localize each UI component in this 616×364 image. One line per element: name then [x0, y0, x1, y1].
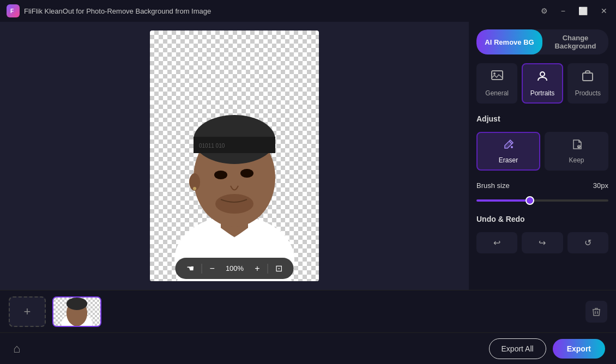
general-icon	[491, 70, 504, 86]
maximize-button[interactable]: ⬜	[576, 5, 590, 17]
adjust-row: Eraser Keep	[476, 132, 608, 171]
category-card-general[interactable]: General	[476, 63, 517, 104]
canvas-area: 01011 010 ARCHITEKT	[0, 22, 469, 290]
redo-button[interactable]: ↪	[522, 232, 563, 253]
undo-button[interactable]: ↩	[476, 232, 517, 253]
thumbnail-inner	[53, 298, 100, 326]
brush-size-value: 30px	[593, 181, 608, 190]
svg-point-15	[493, 72, 496, 75]
svg-point-9	[240, 169, 253, 178]
brush-size-section: Brush size 30px	[476, 179, 608, 204]
general-label: General	[485, 89, 509, 97]
crop-button[interactable]: ⊡	[272, 261, 286, 276]
products-icon	[581, 70, 594, 86]
brush-size-label: Brush size	[476, 181, 510, 190]
thumbnail-item[interactable]	[52, 296, 101, 327]
eraser-tool-card[interactable]: Eraser	[476, 132, 540, 171]
footer: ⌂ Export All Export	[0, 332, 616, 364]
ai-remove-bg-tab[interactable]: AI Remove BG	[476, 29, 542, 54]
svg-point-10	[215, 194, 253, 214]
zoom-out-button[interactable]: −	[207, 262, 218, 276]
eraser-icon	[503, 138, 515, 153]
adjust-label: Adjust	[476, 114, 608, 123]
keep-icon	[571, 138, 583, 153]
minimize-button[interactable]: −	[559, 5, 567, 17]
svg-rect-14	[492, 71, 503, 80]
bottom-strip: +	[0, 290, 616, 332]
person-image: 01011 010 ARCHITEKT	[150, 31, 319, 281]
app-icon: F	[7, 4, 20, 17]
svg-point-18	[511, 146, 513, 148]
slider-container	[476, 194, 608, 204]
toolbar-divider	[202, 264, 202, 274]
export-all-button[interactable]: Export All	[489, 338, 546, 359]
app-title: FliFlik KleanOut for Photo-Remove Backgr…	[24, 7, 211, 15]
right-panel: AI Remove BG Change Background General	[469, 22, 616, 290]
category-row: General Portraits Produc	[476, 63, 608, 104]
brush-size-slider[interactable]	[476, 199, 608, 202]
portraits-icon	[536, 70, 549, 86]
portraits-label: Portraits	[530, 89, 555, 97]
keep-tool-card[interactable]: Keep	[545, 132, 608, 171]
pan-tool-button[interactable]: ☚	[183, 261, 197, 276]
keep-label: Keep	[569, 156, 584, 164]
svg-point-22	[67, 298, 87, 310]
products-label: Products	[575, 89, 601, 97]
home-button[interactable]: ⌂	[13, 342, 20, 356]
add-photo-button[interactable]: +	[9, 296, 46, 327]
category-card-portraits[interactable]: Portraits	[522, 63, 563, 104]
export-button[interactable]: Export	[553, 339, 605, 359]
person-svg: 01011 010 ARCHITEKT	[150, 31, 319, 281]
change-background-tab[interactable]: Change Background	[542, 29, 608, 54]
svg-text:F: F	[10, 8, 14, 14]
eraser-label: Eraser	[499, 156, 518, 164]
main-area: 01011 010 ARCHITEKT	[0, 22, 616, 290]
category-card-products[interactable]: Products	[567, 63, 608, 104]
brush-row: Brush size 30px	[476, 181, 608, 190]
zoom-level: 100%	[222, 264, 247, 272]
svg-text:01011 010: 01011 010	[199, 143, 225, 149]
undo-redo-label: Undo & Redo	[476, 215, 608, 223]
svg-rect-17	[583, 73, 593, 81]
delete-button[interactable]	[585, 301, 607, 323]
titlebar: F FliFlik KleanOut for Photo-Remove Back…	[0, 0, 616, 22]
image-canvas: 01011 010 ARCHITEKT	[150, 31, 319, 281]
canvas-toolbar: ☚ − 100% + ⊡	[176, 258, 294, 279]
titlebar-left: F FliFlik KleanOut for Photo-Remove Back…	[7, 4, 211, 17]
close-button[interactable]: ✕	[599, 5, 609, 17]
svg-point-8	[214, 171, 227, 179]
svg-point-16	[540, 72, 545, 76]
tab-row: AI Remove BG Change Background	[476, 29, 608, 54]
settings-button[interactable]: ⚙	[539, 5, 550, 17]
titlebar-controls: ⚙ − ⬜ ✕	[539, 5, 609, 17]
svg-point-12	[193, 187, 196, 190]
thumb-person	[53, 298, 100, 327]
undo-redo-row: ↩ ↪ ↺	[476, 232, 608, 253]
toolbar-divider-2	[267, 264, 268, 274]
refresh-button[interactable]: ↺	[567, 232, 608, 253]
zoom-in-button[interactable]: +	[251, 262, 263, 276]
